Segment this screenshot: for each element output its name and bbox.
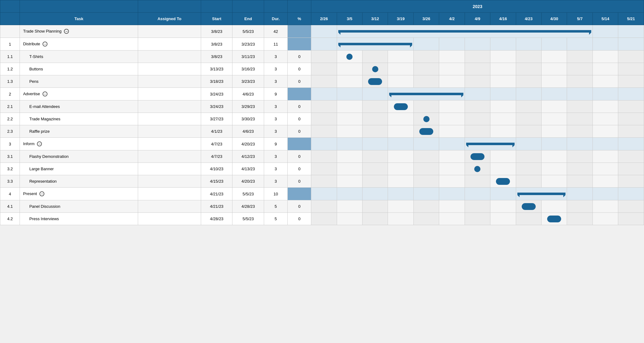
table-row: 1Distribute−3/8/233/23/2311 bbox=[0, 38, 644, 51]
table-row: 1.2Buttons3/13/233/16/2330 bbox=[0, 63, 644, 75]
gantt-cell bbox=[542, 150, 567, 163]
gantt-cell bbox=[439, 200, 465, 213]
collapse-icon[interactable]: − bbox=[64, 29, 69, 34]
gantt-cell bbox=[311, 51, 337, 63]
collapse-icon[interactable]: − bbox=[39, 191, 44, 196]
row-task: T-Shirts bbox=[20, 51, 138, 63]
gantt-oval bbox=[394, 103, 408, 110]
gantt-cell bbox=[490, 200, 516, 213]
gantt-cell bbox=[542, 75, 567, 88]
gantt-cell bbox=[439, 150, 465, 163]
row-assigned bbox=[138, 188, 201, 200]
gantt-cell bbox=[567, 88, 592, 100]
row-assigned bbox=[138, 175, 201, 188]
row-task: Advertise− bbox=[20, 88, 138, 100]
gantt-cell bbox=[413, 113, 439, 125]
gantt-cell bbox=[337, 38, 413, 51]
gantt-oval bbox=[522, 203, 536, 210]
row-dur: 42 bbox=[264, 25, 287, 38]
row-task: Press Interviews bbox=[20, 213, 138, 225]
gantt-cell bbox=[516, 188, 567, 200]
row-id: 2.2 bbox=[0, 113, 20, 125]
table-row: 4Present−4/21/235/5/2310 bbox=[0, 188, 644, 200]
gantt-cell bbox=[337, 125, 362, 138]
gantt-cell bbox=[592, 163, 618, 175]
header-dur: Dur. bbox=[264, 13, 287, 25]
collapse-icon[interactable]: − bbox=[43, 42, 47, 47]
header-start: Start bbox=[201, 13, 232, 25]
gantt-cell bbox=[465, 125, 490, 138]
row-id: 2 bbox=[0, 88, 20, 100]
gantt-cell bbox=[337, 88, 362, 100]
row-end: 4/20/23 bbox=[232, 175, 264, 188]
row-end: 3/23/23 bbox=[232, 38, 264, 51]
gantt-cell bbox=[362, 88, 388, 100]
gantt-cell bbox=[567, 100, 592, 113]
gantt-cell bbox=[465, 138, 516, 150]
row-task: Flashy Demonstration bbox=[20, 150, 138, 163]
row-id: 2.1 bbox=[0, 100, 20, 113]
gantt-cell bbox=[362, 51, 388, 63]
gantt-cell bbox=[388, 200, 413, 213]
row-task: Inform− bbox=[20, 138, 138, 150]
row-pct bbox=[287, 88, 311, 100]
collapse-icon[interactable]: − bbox=[37, 141, 42, 146]
gantt-cell bbox=[490, 75, 516, 88]
row-dur: 11 bbox=[264, 38, 287, 51]
row-start: 4/10/23 bbox=[201, 163, 232, 175]
gantt-cell bbox=[516, 113, 541, 125]
row-assigned bbox=[138, 138, 201, 150]
gantt-cell bbox=[516, 38, 541, 51]
task-label: Advertise bbox=[23, 91, 40, 96]
row-assigned bbox=[138, 125, 201, 138]
gantt-cell bbox=[542, 175, 567, 188]
gantt-cell bbox=[337, 175, 362, 188]
row-pct: 0 bbox=[287, 150, 311, 163]
task-label: Trade Show Planning bbox=[23, 29, 61, 33]
gantt-cell bbox=[465, 150, 490, 163]
gantt-cell bbox=[439, 63, 465, 75]
gantt-cell bbox=[311, 150, 337, 163]
collapse-icon[interactable]: − bbox=[43, 91, 47, 96]
row-start: 3/8/23 bbox=[201, 38, 232, 51]
gantt-cell bbox=[362, 100, 388, 113]
row-start: 3/8/23 bbox=[201, 51, 232, 63]
task-label: Large Banner bbox=[29, 167, 54, 171]
header-assigned-top bbox=[138, 0, 201, 13]
gantt-cell bbox=[618, 38, 644, 51]
gantt-cell bbox=[337, 100, 362, 113]
gantt-cell bbox=[465, 75, 490, 88]
row-assigned bbox=[138, 51, 201, 63]
header-date-7: 4/16 bbox=[490, 13, 516, 25]
gantt-cell bbox=[362, 163, 388, 175]
gantt-cell bbox=[439, 113, 465, 125]
header-id bbox=[0, 13, 20, 25]
task-label: Inform bbox=[23, 141, 34, 146]
row-start: 3/8/23 bbox=[201, 25, 232, 38]
gantt-cell bbox=[592, 88, 618, 100]
gantt-cell bbox=[413, 51, 439, 63]
row-dur: 3 bbox=[264, 150, 287, 163]
row-assigned bbox=[138, 38, 201, 51]
gantt-cell bbox=[592, 175, 618, 188]
header-pct-top bbox=[287, 0, 311, 13]
gantt-dot bbox=[423, 116, 430, 122]
gantt-bracket-bar bbox=[389, 88, 463, 100]
row-id: 4.2 bbox=[0, 213, 20, 225]
gantt-cell bbox=[439, 38, 465, 51]
row-pct: 0 bbox=[287, 63, 311, 75]
gantt-cell bbox=[516, 100, 541, 113]
table-row: 2.3Raffle prize4/1/234/6/2330 bbox=[0, 125, 644, 138]
gantt-cell bbox=[490, 188, 516, 200]
row-end: 4/20/23 bbox=[232, 138, 264, 150]
row-pct bbox=[287, 38, 311, 51]
gantt-cell bbox=[490, 150, 516, 163]
task-label: Trade Magazines bbox=[29, 117, 60, 121]
row-task: Pens bbox=[20, 75, 138, 88]
row-task: Buttons bbox=[20, 63, 138, 75]
gantt-cell bbox=[618, 113, 644, 125]
gantt-cell bbox=[413, 100, 439, 113]
row-assigned bbox=[138, 163, 201, 175]
gantt-cell bbox=[465, 113, 490, 125]
gantt-cell bbox=[311, 100, 337, 113]
